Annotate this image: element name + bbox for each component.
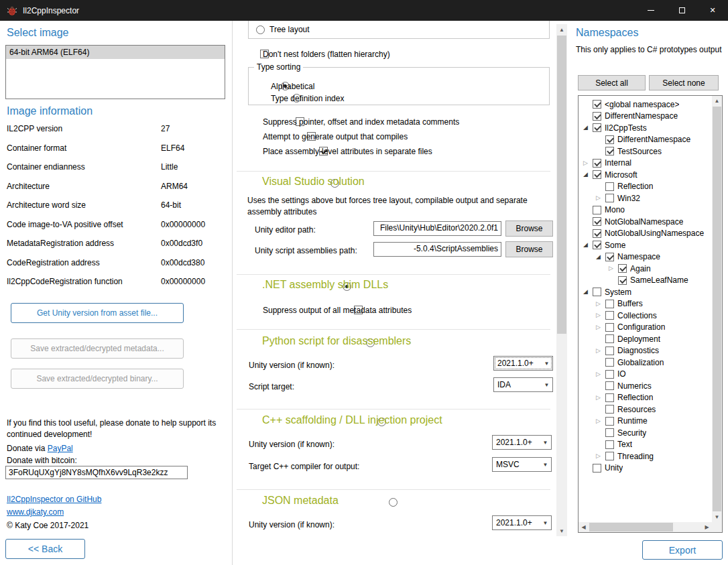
- image-list-item[interactable]: 64-bit ARM64 (ELF64): [6, 46, 225, 59]
- tree-item[interactable]: ▷Threading: [579, 450, 711, 462]
- tree-item[interactable]: ▷Collections: [579, 310, 711, 322]
- namespace-checkbox[interactable]: [605, 358, 614, 367]
- namespace-tree[interactable]: <global namespace>DifferentNamespace◢Il2…: [578, 95, 723, 533]
- tree-item[interactable]: DifferentNamespace: [579, 111, 711, 123]
- tree-item[interactable]: ◢Some: [579, 239, 711, 251]
- scrollbar-thumb[interactable]: [557, 36, 566, 334]
- expand-icon[interactable]: ▷: [596, 370, 605, 379]
- namespace-checkbox[interactable]: [605, 253, 614, 261]
- get-unity-version-button[interactable]: Get Unity version from asset file...: [11, 303, 184, 323]
- namespace-checkbox[interactable]: [593, 170, 601, 179]
- scroll-right-button[interactable]: ▶: [702, 522, 712, 532]
- namespace-checkbox[interactable]: [593, 217, 601, 226]
- tree-item[interactable]: ▷Again: [579, 263, 711, 275]
- expand-icon[interactable]: ▷: [596, 393, 605, 402]
- python-unity-version-select[interactable]: 2021.1.0+ ▼: [493, 356, 553, 371]
- namespace-checkbox[interactable]: [605, 428, 614, 437]
- collapse-icon[interactable]: ◢: [583, 288, 593, 296]
- back-button[interactable]: << Back: [5, 539, 85, 559]
- select-none-button[interactable]: Select none: [649, 75, 719, 90]
- namespace-checkbox[interactable]: [605, 334, 614, 343]
- scrollbar-thumb[interactable]: [589, 523, 673, 531]
- middle-scrollbar[interactable]: ▲ ▼: [556, 24, 567, 536]
- scrollbar-thumb[interactable]: [713, 107, 721, 511]
- tree-item[interactable]: ▷Diagnostics: [579, 345, 711, 357]
- tree-item[interactable]: NotGlobalNamespace: [579, 216, 711, 228]
- tree-item[interactable]: ◢System: [579, 286, 711, 298]
- browse-unity-editor-button[interactable]: Browse: [505, 221, 553, 237]
- namespace-checkbox[interactable]: [605, 182, 614, 191]
- website-link[interactable]: www.djkaty.com: [7, 507, 64, 517]
- paypal-link[interactable]: PayPal: [48, 444, 73, 453]
- scroll-down-button[interactable]: ▼: [556, 525, 567, 536]
- tree-layout-radio[interactable]: [256, 25, 265, 34]
- namespace-checkbox[interactable]: [605, 147, 614, 155]
- tree-item[interactable]: Globalization: [579, 357, 711, 369]
- scroll-up-button[interactable]: ▲: [556, 24, 567, 35]
- github-link[interactable]: Il2CppInspector on GitHub: [7, 495, 101, 504]
- expand-icon[interactable]: ▷: [596, 300, 605, 308]
- namespace-checkbox[interactable]: [605, 347, 614, 355]
- tree-item[interactable]: ▷Reflection: [579, 392, 711, 404]
- tree-item[interactable]: Numerics: [579, 380, 711, 392]
- tree-item[interactable]: NotGlobalUsingNamespace: [579, 228, 711, 240]
- expand-icon[interactable]: ▷: [596, 323, 605, 332]
- namespace-checkbox[interactable]: [605, 440, 614, 449]
- namespace-checkbox[interactable]: [593, 159, 601, 168]
- cpp-unity-version-select[interactable]: 2021.1.0+ ▼: [492, 435, 552, 450]
- expand-icon[interactable]: ▷: [596, 311, 605, 320]
- tree-item[interactable]: Resources: [579, 403, 711, 416]
- script-target-select[interactable]: IDA ▼: [493, 377, 553, 392]
- scroll-up-button[interactable]: ▲: [712, 96, 722, 106]
- tree-horizontal-scrollbar[interactable]: ◀ ▶: [579, 522, 712, 532]
- tree-item[interactable]: ▷Buffers: [579, 298, 711, 310]
- tree-vertical-scrollbar[interactable]: ▲ ▼: [712, 96, 722, 522]
- collapse-icon[interactable]: ◢: [583, 170, 593, 179]
- tree-item[interactable]: Deployment: [579, 333, 711, 345]
- json-metadata-radio[interactable]: [389, 498, 398, 507]
- browse-script-assemblies-button[interactable]: Browse: [505, 241, 553, 257]
- namespace-checkbox[interactable]: [618, 276, 627, 285]
- scroll-left-button[interactable]: ◀: [579, 522, 589, 532]
- scroll-down-button[interactable]: ▼: [712, 512, 722, 522]
- namespace-checkbox[interactable]: [618, 264, 627, 273]
- json-unity-version-select[interactable]: 2021.1.0+ ▼: [492, 515, 552, 530]
- unity-editor-path-input[interactable]: Files\Unity\Hub\Editor\2020.2.0f1: [373, 221, 501, 236]
- tree-item[interactable]: TestSources: [579, 145, 711, 158]
- close-button[interactable]: ✕: [697, 0, 728, 21]
- collapse-icon[interactable]: ◢: [596, 253, 605, 261]
- expand-icon[interactable]: ▷: [596, 194, 605, 202]
- namespace-checkbox[interactable]: [605, 194, 614, 202]
- maximize-button[interactable]: [666, 0, 697, 21]
- tree-item[interactable]: Mono: [579, 204, 711, 216]
- namespace-checkbox[interactable]: [593, 100, 601, 109]
- script-assemblies-path-input[interactable]: -5.0.4\ScriptAssemblies: [373, 242, 501, 257]
- tree-item[interactable]: Reflection: [579, 181, 711, 193]
- tree-item[interactable]: DifferentNamespace: [579, 134, 711, 146]
- expand-icon[interactable]: ▷: [596, 452, 605, 460]
- expand-icon[interactable]: ▷: [596, 347, 605, 355]
- tree-item[interactable]: ▷Configuration: [579, 322, 711, 334]
- namespace-checkbox[interactable]: [593, 123, 601, 132]
- tree-item[interactable]: Text: [579, 439, 711, 451]
- namespace-checkbox[interactable]: [593, 464, 601, 473]
- cpp-compiler-select[interactable]: MSVC ▼: [492, 457, 552, 472]
- namespace-checkbox[interactable]: [593, 229, 601, 238]
- tree-item[interactable]: ▷Win32: [579, 192, 711, 204]
- namespace-checkbox[interactable]: [593, 288, 601, 296]
- tree-item[interactable]: ▷Runtime: [579, 416, 711, 428]
- tree-item[interactable]: Unity: [579, 462, 711, 475]
- namespace-checkbox[interactable]: [605, 381, 614, 390]
- tree-item[interactable]: ◢Il2CppTests: [579, 122, 711, 134]
- bitcoin-address-input[interactable]: 3FoRUqUXgYj8NY8sMQfhX6vv9LqR3e2kzz: [5, 466, 188, 479]
- tree-item[interactable]: <global namespace>: [579, 99, 711, 111]
- select-all-button[interactable]: Select all: [578, 75, 646, 90]
- expand-icon[interactable]: ▷: [583, 159, 593, 168]
- tree-item[interactable]: ▷IO: [579, 369, 711, 381]
- tree-item[interactable]: ◢Microsoft: [579, 169, 711, 181]
- namespace-checkbox[interactable]: [605, 370, 614, 379]
- tree-item[interactable]: SameLeafName: [579, 275, 711, 287]
- namespace-checkbox[interactable]: [605, 135, 614, 144]
- namespace-checkbox[interactable]: [593, 206, 601, 214]
- namespace-checkbox[interactable]: [605, 311, 614, 320]
